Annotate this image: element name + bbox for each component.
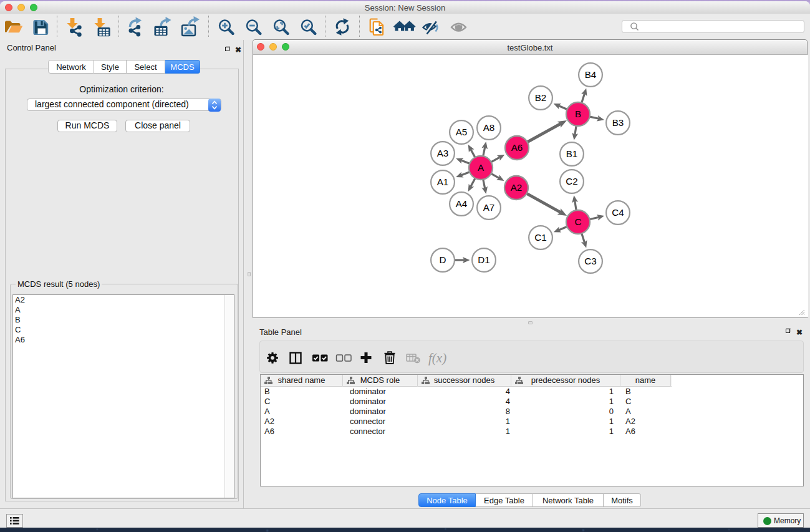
svg-text:A5: A5	[456, 127, 468, 137]
svg-text:A1: A1	[437, 177, 449, 187]
svg-text:A: A	[478, 162, 485, 173]
svg-text:D1: D1	[478, 254, 489, 265]
svg-text:A3: A3	[437, 148, 449, 158]
svg-text:B1: B1	[566, 148, 578, 159]
svg-text:A4: A4	[456, 198, 468, 209]
svg-text:B4: B4	[585, 69, 597, 80]
svg-text:C1: C1	[534, 232, 546, 243]
svg-text:A7: A7	[483, 202, 495, 213]
svg-text:B: B	[575, 109, 581, 119]
svg-text:A6: A6	[511, 142, 523, 153]
svg-text:C3: C3	[584, 256, 596, 266]
svg-text:A8: A8	[483, 122, 495, 133]
svg-text:f(x): f(x)	[428, 351, 446, 365]
svg-text:B2: B2	[535, 92, 547, 103]
svg-text:B3: B3	[612, 117, 624, 128]
svg-text:C: C	[575, 216, 582, 227]
svg-text:C4: C4	[612, 207, 624, 218]
svg-text:C2: C2	[566, 176, 577, 186]
svg-text:D: D	[440, 254, 446, 265]
svg-text:A2: A2	[511, 182, 523, 193]
